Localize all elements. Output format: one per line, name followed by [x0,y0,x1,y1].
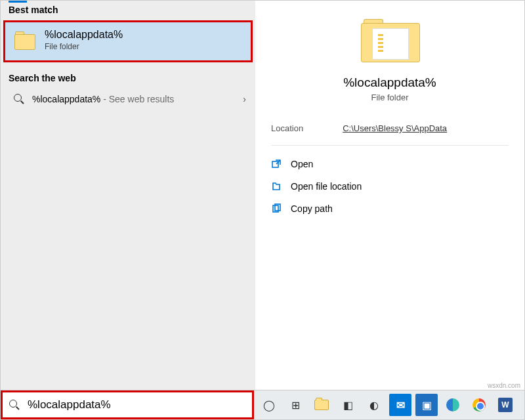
search-icon [9,400,20,410]
location-label: Location [271,123,303,133]
best-match-result[interactable]: %localappdata% File folder [5,22,251,60]
web-result-item[interactable]: %localappdata% - See web results › [1,87,255,111]
word-button[interactable]: W [494,394,516,416]
open-icon [271,159,282,169]
taskbar: ◯ ⊞ ◧ ◐ ✉ ▣ W [1,390,524,419]
cortana-button[interactable]: ◯ [258,394,280,416]
action-open-location[interactable]: Open file location [264,176,515,197]
search-icon [14,94,24,104]
folder-large-icon [361,19,419,62]
search-input[interactable] [26,398,245,412]
chevron-right-icon: › [243,94,246,104]
mail-app-button[interactable]: ✉ [389,394,411,416]
folder-icon [13,30,37,50]
taskbar-search-box[interactable] [1,390,254,419]
action-open-location-label: Open file location [291,181,362,192]
web-suffix: - See web results [100,94,174,104]
preview-name: %localappdata% [343,75,436,90]
action-copy-path-label: Copy path [291,203,333,214]
action-open-label: Open [291,159,313,169]
word-icon: W [498,398,513,412]
best-match-type: File folder [45,42,123,51]
preview-type: File folder [371,93,408,102]
web-query: %localappdata% [32,94,100,104]
accent-bar [9,1,27,3]
edge-button[interactable] [442,394,464,416]
search-web-heading: Search the web [1,69,255,87]
action-open[interactable]: Open [264,154,515,175]
open-location-icon [271,181,282,192]
copy-path-icon [271,203,282,214]
search-results-pane: Best match %localappdata% File folder Se… [1,1,255,390]
action-copy-path[interactable]: Copy path [264,198,515,219]
folder-icon [314,400,329,410]
preview-pane: %localappdata% File folder Location C:\U… [255,1,524,390]
taskbar-app-1[interactable]: ◧ [337,394,359,416]
watermark: wsxdn.com [488,382,520,389]
edge-icon [446,398,459,411]
taskbar-app-2[interactable]: ◐ [363,394,385,416]
file-explorer-button[interactable] [310,394,333,416]
location-value[interactable]: C:\Users\Blessy S\AppData [343,123,447,133]
best-match-highlight: %localappdata% File folder [3,20,253,62]
task-view-button[interactable]: ⊞ [284,394,306,416]
best-match-name: %localappdata% [45,29,123,41]
chrome-icon [472,398,486,411]
store-app-button[interactable]: ▣ [415,394,438,416]
chrome-button[interactable] [468,394,490,416]
best-match-heading: Best match [1,1,255,19]
